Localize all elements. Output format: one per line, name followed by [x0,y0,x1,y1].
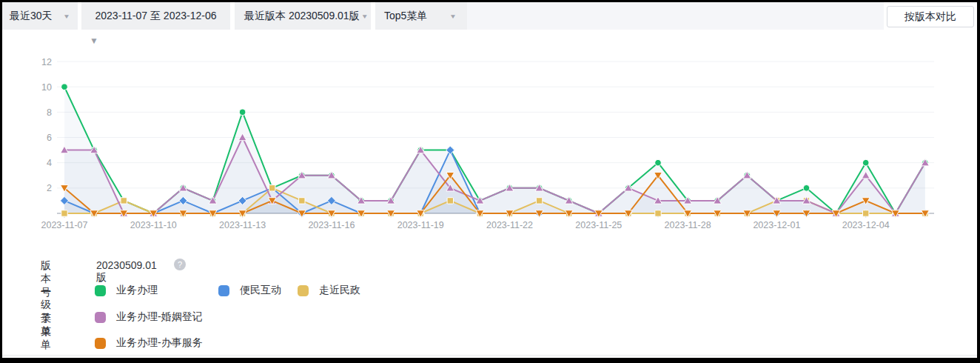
x-axis-label: 2023-11-19 [397,220,444,230]
legend-label-civil-affairs: 走近民政 [319,284,360,297]
time-range-dropdown[interactable]: 最近30天 ▼ [2,2,78,30]
data-point-business-handling[interactable] [239,109,246,116]
legend-swatch-convenience-interaction [218,285,229,296]
menu-clicks-line-chart[interactable]: 246810122023-11-072023-11-102023-11-1320… [2,41,977,232]
data-point-civil-affairs[interactable] [61,210,67,216]
y-axis-label: 4 [47,158,52,168]
bottom-divider [2,355,977,356]
topn-menu-label: Top5菜单 [384,10,427,23]
chevron-down-icon: ▼ [63,13,70,19]
x-axis-label: 2023-12-04 [842,220,890,230]
data-point-business-handling[interactable] [655,159,662,166]
chart-canvas[interactable]: 246810122023-11-072023-11-102023-11-1320… [2,41,977,232]
dashboard-panel: 最近30天 ▼ 2023-11-07 至 2023-12-06 最近版本 202… [0,0,980,363]
y-axis-label: 2 [47,183,52,193]
x-axis-label: 2023-11-28 [665,220,711,230]
version-row-value: 20230509.01版 [96,259,157,284]
legend-item-convenience-interaction[interactable]: 便民互动 [218,284,281,297]
date-range-picker[interactable]: 2023-11-07 至 2023-12-06 [81,2,230,30]
help-icon[interactable]: ? [174,259,186,270]
legend-swatch-business-handling [95,285,106,296]
time-range-label: 最近30天 [10,10,53,23]
x-axis-label: 2023-11-10 [130,220,177,230]
topn-menu-dropdown[interactable]: Top5菜单 ▼ [375,2,467,30]
data-point-civil-affairs[interactable] [447,198,453,204]
data-point-business-handling[interactable] [862,159,869,166]
x-axis-label: 2023-11-25 [575,220,622,230]
version-dropdown[interactable]: 最近版本 20230509.01版 ▼ [235,2,371,30]
data-point-civil-affairs[interactable] [269,185,275,191]
y-axis-label: 10 [41,82,52,93]
data-point-business-handling[interactable] [803,185,810,192]
legend-label-service: 业务办理-办事服务 [116,336,203,350]
x-axis-label: 2023-11-07 [41,220,87,230]
legend-swatch-marriage-registration [95,312,106,323]
legend-item-business-handling[interactable]: 业务办理 [95,284,158,297]
filter-toolbar: 最近30天 ▼ 2023-11-07 至 2023-12-06 最近版本 202… [2,2,977,30]
legend-label-marriage-registration: 业务办理-婚姻登记 [116,310,203,324]
y-axis-label: 12 [41,57,52,67]
legend-label-business-handling: 业务办理 [116,284,158,297]
legend-item-civil-affairs[interactable]: 走近民政 [298,284,360,297]
series-area-marriage-registration [64,138,925,213]
y-axis-label: 6 [47,133,52,143]
submenu-row-label: 子菜单 [41,312,52,352]
data-point-civil-affairs[interactable] [863,210,869,216]
x-axis-label: 2023-11-16 [308,220,355,230]
chevron-down-icon: ▼ [361,13,369,19]
x-axis-label: 2023-12-01 [753,220,800,230]
legend-item-marriage-registration[interactable]: 业务办理-婚姻登记 [95,310,203,324]
data-point-civil-affairs[interactable] [121,198,127,204]
compare-by-version-button[interactable]: 按版本对比 [887,6,974,27]
toolbar-right-area: 按版本对比 [884,2,977,30]
toolbar-filler [467,2,884,30]
data-point-civil-affairs[interactable] [536,198,542,204]
data-point-civil-affairs[interactable] [655,210,661,216]
legend-item-service[interactable]: 业务办理-办事服务 [95,336,203,350]
x-axis-label: 2023-11-13 [219,220,266,230]
version-dropdown-label: 最近版本 20230509.01版 [244,10,360,23]
data-point-civil-affairs[interactable] [299,198,305,204]
legend-label-convenience-interaction: 便民互动 [240,284,281,297]
x-axis-label: 2023-11-22 [486,220,533,230]
data-point-business-handling[interactable] [61,84,68,90]
chevron-down-icon: ▼ [449,13,457,19]
legend-swatch-service [95,338,106,349]
y-axis-label: 8 [47,107,52,118]
date-range-value: 2023-11-07 至 2023-12-06 [95,10,217,23]
legend-swatch-civil-affairs [298,285,309,296]
